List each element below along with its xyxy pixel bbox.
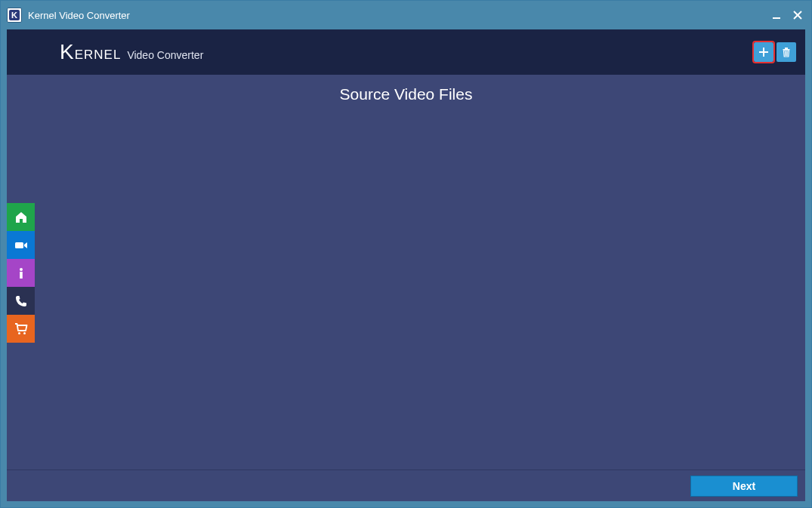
cart-icon <box>14 322 28 336</box>
file-list-area <box>7 106 805 470</box>
brand-subtitle: Video Converter <box>127 49 203 61</box>
svg-point-14 <box>23 332 26 334</box>
brand-name: Kernel <box>60 40 121 64</box>
header-actions <box>754 42 796 62</box>
svg-rect-5 <box>783 49 790 51</box>
trash-icon <box>781 47 792 57</box>
svg-rect-4 <box>759 51 768 53</box>
info-icon <box>14 266 28 280</box>
sidebar-item-contact[interactable] <box>7 287 35 315</box>
svg-rect-12 <box>20 272 23 279</box>
video-icon <box>14 239 28 252</box>
svg-rect-6 <box>785 48 788 49</box>
home-icon <box>14 211 28 224</box>
svg-point-11 <box>20 268 23 271</box>
sidebar-item-cart[interactable] <box>7 315 35 343</box>
content-wrap: Source Video Files <box>1 75 811 507</box>
svg-rect-0 <box>773 17 780 19</box>
next-button-label: Next <box>733 480 755 492</box>
sidebar-item-video[interactable] <box>7 231 35 259</box>
main-panel: Source Video Files <box>7 75 805 501</box>
plus-icon <box>758 47 769 57</box>
panel-title: Source Video Files <box>7 75 805 106</box>
add-file-button[interactable] <box>754 42 773 62</box>
side-tabs <box>7 203 35 343</box>
titlebar: K Kernel Video Converter <box>1 1 811 29</box>
footer-bar: Next <box>7 470 805 501</box>
phone-icon <box>15 295 27 307</box>
close-button[interactable] <box>787 5 808 26</box>
app-window: K Kernel Video Converter Kernel Video Co… <box>0 0 812 508</box>
app-icon: K <box>7 8 22 23</box>
window-controls <box>766 5 808 26</box>
sidebar-item-home[interactable] <box>7 203 35 231</box>
sidebar-item-info[interactable] <box>7 259 35 287</box>
minimize-button[interactable] <box>766 5 787 26</box>
window-title: Kernel Video Converter <box>28 10 766 21</box>
brand: Kernel Video Converter <box>60 40 203 64</box>
minimize-icon <box>772 11 781 20</box>
svg-rect-10 <box>15 242 23 248</box>
delete-file-button[interactable] <box>776 42 796 62</box>
app-header: Kernel Video Converter <box>7 29 805 75</box>
svg-point-13 <box>18 332 20 334</box>
next-button[interactable]: Next <box>690 476 798 497</box>
close-icon <box>793 11 802 20</box>
